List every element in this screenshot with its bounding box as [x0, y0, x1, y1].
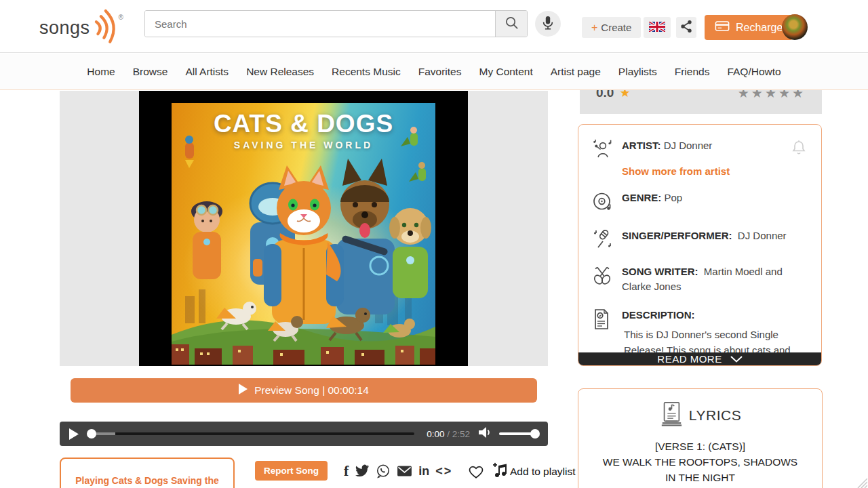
report-song-button[interactable]: Report Song [255, 461, 328, 481]
voice-search-button[interactable] [535, 11, 561, 37]
audio-player: 0:00 / 2:52 [60, 422, 548, 446]
microphone-icon [540, 15, 555, 33]
now-playing-marquee[interactable]: Playing Cats & Dogs Saving the [60, 458, 235, 488]
search-input[interactable] [145, 11, 495, 37]
genre-text: GENRE: Pop [622, 190, 808, 215]
album-subtitle: SAVING THE WORLD [172, 140, 435, 150]
songwriter-guitars-icon [592, 264, 622, 294]
favorite-heart-icon[interactable] [468, 464, 484, 479]
artist-value: DJ Donner [664, 140, 713, 151]
sound-waves-icon [93, 8, 121, 47]
read-more-button[interactable]: READ MORE [578, 352, 821, 365]
description-value: This is DJ Donner's second Single Releas… [622, 327, 795, 352]
lyrics-line: [VERSE 1: (CATS)] [596, 439, 804, 454]
language-flag-button[interactable] [644, 17, 671, 38]
progress-thumb[interactable] [87, 429, 96, 439]
song-actions-row: Add to playlist [458, 462, 576, 481]
writer-row: SONG WRITER: Martin Moedl and Clarke Jon… [592, 264, 808, 294]
chevron-down-icon [730, 353, 743, 365]
lyrics-header: LYRICS [578, 401, 822, 430]
header: songs ® + Create [0, 0, 868, 53]
add-to-playlist-label: Add to playlist [510, 466, 576, 478]
nav-item-artist-page[interactable]: Artist page [542, 54, 610, 89]
performer-value: DJ Donner [738, 230, 787, 241]
lyrics-line: SILENT LIKE NINJAS, OUR EYES SHINING BRI… [596, 485, 804, 488]
social-share-row: f in <> [344, 462, 458, 480]
description-row: DESCRIPTION: This is DJ Donner's second … [592, 308, 808, 352]
resize-grip[interactable] [852, 473, 867, 488]
search-button[interactable] [495, 11, 527, 37]
nav-item-friends[interactable]: Friends [666, 54, 719, 89]
description-label: DESCRIPTION: [622, 309, 695, 321]
nav-item-all-artists[interactable]: All Artists [176, 54, 237, 89]
nav-item-faq-howto[interactable]: FAQ/Howto [718, 54, 789, 89]
album-frame: CATS & DOGS SAVING THE WORLD [139, 91, 468, 366]
nav-item-home[interactable]: Home [78, 54, 123, 89]
lyrics-sheet-icon [659, 401, 684, 430]
genre-vinyl-icon [592, 190, 622, 215]
volume-icon[interactable] [478, 426, 491, 441]
user-avatar[interactable] [782, 14, 808, 40]
description-document-icon [592, 308, 622, 352]
nav-item-playlists[interactable]: Playlists [610, 54, 666, 89]
share-button[interactable] [676, 17, 696, 38]
lyrics-line: WE WALK THE ROOFTOPS, SHADOWS IN THE NIG… [596, 454, 804, 485]
lyrics-panel: LYRICS [VERSE 1: (CATS)] WE WALK THE ROO… [578, 388, 823, 488]
logo-text: songs [39, 18, 90, 39]
description-text-block: DESCRIPTION: This is DJ Donner's second … [622, 308, 808, 352]
progress-bar[interactable] [88, 432, 414, 435]
now-playing-label: Playing Cats & Dogs Saving the [75, 475, 219, 488]
volume-slider[interactable] [499, 432, 538, 435]
search-icon [505, 16, 519, 32]
player-play-button[interactable] [69, 428, 79, 440]
whatsapp-icon[interactable] [376, 464, 391, 479]
genre-row: GENRE: Pop [592, 190, 808, 215]
nav-item-favorites[interactable]: Favorites [410, 54, 471, 89]
genre-value: Pop [665, 192, 683, 203]
email-icon[interactable] [397, 465, 412, 477]
writer-text: SONG WRITER: Martin Moedl and Clarke Jon… [622, 264, 808, 294]
current-time: 0:00 [427, 429, 444, 439]
preview-song-button[interactable]: Preview Song | 00:00:14 [71, 378, 537, 403]
facebook-icon[interactable]: f [344, 462, 349, 480]
nav-item-browse[interactable]: Browse [124, 54, 177, 89]
nav-item-recents-music[interactable]: Recents Music [323, 54, 410, 89]
add-to-playlist-icon [492, 462, 507, 481]
recharge-label: Recharge [736, 22, 783, 34]
artist-text: ARTIST: DJ Donner [622, 138, 808, 162]
recharge-button[interactable]: Recharge [705, 15, 793, 40]
notification-bell-icon[interactable] [791, 140, 806, 158]
credit-card-icon [715, 20, 730, 35]
search-bar [144, 10, 528, 37]
album-title: CATS & DOGS [172, 110, 435, 138]
album-title-block: CATS & DOGS SAVING THE WORLD [172, 110, 435, 150]
play-icon [239, 384, 248, 397]
lyrics-text: [VERSE 1: (CATS)] WE WALK THE ROOFTOPS, … [578, 439, 822, 488]
singer-microphone-icon [592, 228, 622, 252]
nav-item-new-releases[interactable]: New Releases [237, 54, 323, 89]
main-nav: Home Browse All Artists New Releases Rec… [0, 54, 868, 90]
buffered-segment [95, 432, 115, 435]
performer-row: SINGER/PERFORMER: DJ Donner [592, 228, 808, 252]
registered-mark: ® [119, 14, 123, 21]
linkedin-icon[interactable]: in [418, 464, 429, 479]
writer-label: SONG WRITER: [622, 266, 698, 277]
embed-code-icon[interactable]: <> [435, 464, 452, 479]
site-logo[interactable]: songs ® [39, 8, 126, 47]
performer-text: SINGER/PERFORMER: DJ Donner [622, 228, 808, 252]
read-more-label: READ MORE [657, 353, 722, 365]
share-icon [680, 20, 692, 35]
artist-label: ARTIST: [622, 140, 661, 151]
nav-item-my-content[interactable]: My Content [470, 54, 541, 89]
show-more-from-artist-link[interactable]: Show more from artist [622, 165, 808, 177]
create-button[interactable]: + Create [582, 17, 641, 38]
volume-thumb[interactable] [530, 429, 540, 439]
lyrics-title: LYRICS [689, 407, 741, 424]
plus-icon: + [591, 22, 597, 34]
song-info-panel: ARTIST: DJ Donner Show more from artist … [578, 124, 822, 366]
create-label: Create [601, 22, 631, 33]
twitter-icon[interactable] [355, 464, 370, 478]
artist-row: ARTIST: DJ Donner [592, 138, 808, 162]
artist-icon [592, 138, 622, 162]
add-to-playlist-button[interactable]: Add to playlist [492, 462, 576, 481]
